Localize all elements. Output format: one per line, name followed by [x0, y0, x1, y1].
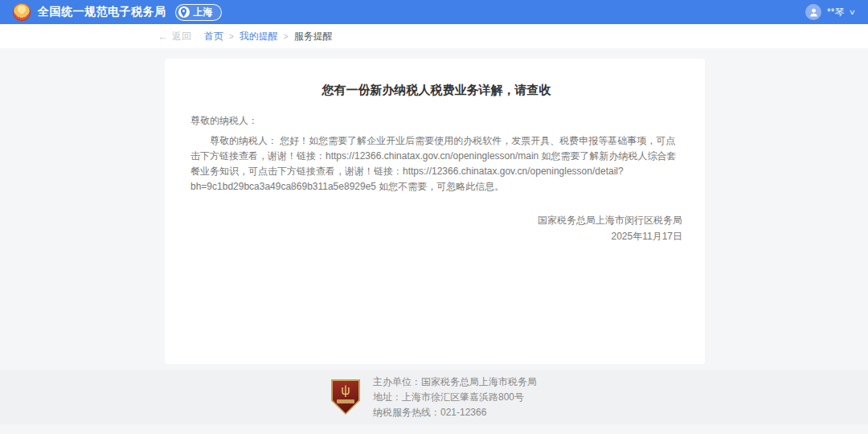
tax-shield-logo-icon: ψ: [331, 379, 360, 415]
user-menu[interactable]: **琴 ∨: [805, 4, 855, 20]
app-footer: ψ 主办单位：国家税务总局上海市税务局 地址：上海市徐汇区肇嘉浜路800号 纳税…: [0, 370, 868, 424]
notice-date: 2025年11月17日: [190, 228, 682, 244]
app-title: 全国统一规范电子税务局: [38, 5, 166, 19]
shield-banner: [337, 399, 354, 403]
footer-info: 主办单位：国家税务总局上海市税务局 地址：上海市徐汇区肇嘉浜路800号 纳税服务…: [373, 375, 537, 420]
footer-organizer: 主办单位：国家税务总局上海市税务局: [373, 375, 537, 390]
footer-hotline: 纳税服务热线：021-12366: [373, 405, 537, 420]
location-pin-icon: [178, 6, 190, 18]
back-button[interactable]: ← 返回: [158, 30, 191, 43]
back-arrow-icon: ←: [158, 31, 168, 43]
main-area: 您有一份新办纳税人税费业务详解，请查收 尊敬的纳税人： 尊敬的纳税人： 您好！如…: [0, 48, 868, 370]
notice-salutation: 尊敬的纳税人：: [190, 114, 682, 128]
breadcrumb-bar: ← 返回 首页 > 我的提醒 > 服务提醒: [0, 24, 868, 48]
breadcrumb-separator: >: [229, 32, 234, 41]
breadcrumb-home[interactable]: 首页: [204, 30, 223, 43]
chevron-down-icon: ∨: [849, 8, 856, 16]
footer-address: 地址：上海市徐汇区肇嘉浜路800号: [373, 390, 537, 405]
brand: 全国统一规范电子税务局 上海: [13, 3, 222, 21]
username: **琴: [827, 6, 844, 19]
tax-emblem-icon: [13, 3, 31, 21]
breadcrumb-my-reminders[interactable]: 我的提醒: [240, 30, 278, 43]
notice-signature: 国家税务总局上海市闵行区税务局: [190, 212, 682, 228]
notice-body: 尊敬的纳税人： 您好！如您需要了解企业开业后需要使用的办税软件，发票开具、税费申…: [190, 133, 682, 194]
notice-signature-block: 国家税务总局上海市闵行区税务局 2025年11月17日: [190, 212, 682, 244]
location-badge[interactable]: 上海: [175, 4, 222, 21]
shield-glyph: ψ: [341, 381, 350, 400]
app-header: 全国统一规范电子税务局 上海 **琴 ∨: [0, 0, 868, 24]
location-badge-label: 上海: [194, 6, 213, 19]
notice-title: 您有一份新办纳税人税费业务详解，请查收: [190, 83, 682, 98]
breadcrumb: 首页 > 我的提醒 > 服务提醒: [204, 30, 333, 43]
notice-card: 您有一份新办纳税人税费业务详解，请查收 尊敬的纳税人： 尊敬的纳税人： 您好！如…: [165, 59, 705, 364]
breadcrumb-separator: >: [284, 32, 289, 41]
user-avatar-icon: [805, 4, 821, 20]
breadcrumb-current: 服务提醒: [294, 30, 333, 43]
back-label: 返回: [172, 30, 191, 43]
